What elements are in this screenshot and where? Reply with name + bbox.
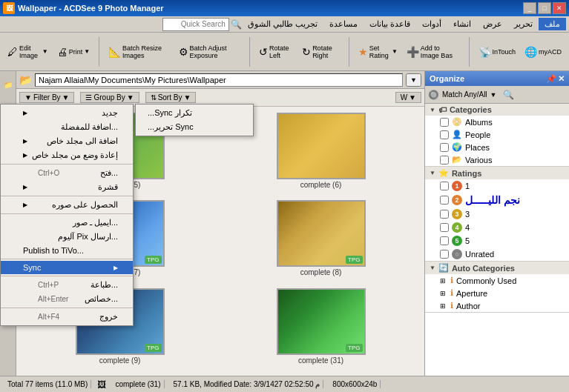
- rating5-checkbox[interactable]: [440, 236, 449, 245]
- add-to-image-button[interactable]: ➕ Add to Image Bas: [404, 43, 463, 61]
- maximize-button[interactable]: □: [538, 2, 551, 14]
- menu-email[interactable]: ...ايميل ـ صور: [1, 216, 133, 230]
- sort-by-button[interactable]: ⇅ Sort By ▼: [145, 92, 197, 103]
- org-item-rating-1[interactable]: 1 1: [425, 179, 569, 193]
- app-icon: 🖼: [3, 2, 15, 14]
- rating2-label: نجم الليـــــل: [465, 194, 520, 206]
- org-item-albums[interactable]: 📀 Albums: [425, 116, 569, 128]
- menu-open[interactable]: ...فتح Ctrl+O: [1, 166, 133, 180]
- submenu-sync-repeat[interactable]: ...Sync تكرار: [136, 106, 253, 120]
- menu-edit[interactable]: تحرير: [508, 18, 539, 30]
- match-dropdown[interactable]: ▼: [490, 91, 497, 99]
- status-selected: complete (31): [112, 380, 164, 388]
- ratings-header[interactable]: ▼ ⭐ Ratings: [425, 167, 569, 179]
- org-item-rating-3[interactable]: 3 3: [425, 207, 569, 221]
- org-item-rating-2[interactable]: 2 نجم الليـــــل: [425, 193, 569, 207]
- menu-sync[interactable]: Sync ▶: [1, 261, 133, 274]
- people-checkbox[interactable]: [440, 130, 449, 139]
- quicksearch-area: 🔍: [162, 18, 242, 31]
- menu-add-special[interactable]: اضافة الى مجلد خاص ▶: [1, 134, 133, 148]
- org-item-rating-4[interactable]: 4 4: [425, 221, 569, 234]
- menu-tools[interactable]: أدوات: [416, 18, 447, 30]
- address-go-button[interactable]: ▼: [406, 73, 421, 87]
- albums-icon: 📀: [452, 117, 462, 127]
- menu-file[interactable]: ملف: [539, 18, 566, 30]
- batch-resize-button[interactable]: 📐 Batch Resize Images: [105, 43, 173, 61]
- group-by-button[interactable]: ☰ Group By ▼: [80, 92, 139, 103]
- menu-add-fav[interactable]: ...اضافة للمفضلة: [1, 120, 133, 134]
- menu-skin-label: قشرة: [98, 182, 118, 192]
- context-menu-overlay: جديد ▶ ...اضافة للمفضلة اضافة الى مجلد خ…: [0, 104, 134, 326]
- group-icon: ☰: [85, 93, 92, 102]
- menu-restore-special[interactable]: إعادة وضع من مجلد خاص ▶: [1, 148, 133, 162]
- intouch-icon: 📡: [478, 46, 491, 58]
- menu-add-special-arrow: ▶: [23, 138, 27, 144]
- org-item-aperture[interactable]: ⊞ ℹ Aperture: [425, 287, 569, 299]
- search-input[interactable]: [162, 18, 229, 31]
- toolbar-separator-3: [349, 37, 349, 67]
- organize-pin-button[interactable]: 📌: [546, 74, 556, 84]
- toolbar-separator-4: [469, 37, 470, 67]
- auto-categories-header[interactable]: ▼ 🔄 Auto Categories: [425, 262, 569, 274]
- menu-get-image[interactable]: الحصول على صوره ▶: [1, 198, 133, 212]
- auto-categories-section: ▼ 🔄 Auto Categories ⊞ ℹ Commonly Used ⊞ …: [425, 262, 569, 313]
- minimize-button[interactable]: _: [523, 2, 536, 14]
- commonly-used-expand[interactable]: ⊞: [440, 277, 446, 285]
- various-checkbox[interactable]: [440, 156, 449, 165]
- menu-print[interactable]: ...طباعة Ctrl+P: [1, 278, 133, 292]
- menu-database[interactable]: قاعدة بيانات: [364, 18, 416, 30]
- menu-create[interactable]: انشاء: [447, 18, 477, 30]
- org-item-commonly-used[interactable]: ⊞ ℹ Commonly Used: [425, 274, 569, 287]
- org-item-people[interactable]: 👤 People: [425, 128, 569, 141]
- rating1-checkbox[interactable]: [440, 182, 449, 190]
- myacd-button[interactable]: 🌐 myACD: [522, 44, 565, 59]
- batch-adjust-button[interactable]: ⚙ Batch Adjust Exposure: [176, 43, 244, 61]
- menu-trial[interactable]: تجريب طالبي الشوق: [242, 18, 323, 30]
- menu-view[interactable]: عرض: [477, 18, 508, 30]
- org-item-author[interactable]: ⊞ ℹ Author: [425, 299, 569, 312]
- unrated-checkbox[interactable]: [440, 250, 449, 259]
- menu-properties[interactable]: ...خصائص Alt+Enter: [1, 292, 133, 306]
- view-label: W: [401, 93, 407, 102]
- org-item-rating-5[interactable]: 5 5: [425, 234, 569, 248]
- menu-get-image-arrow: ▶: [23, 202, 27, 208]
- thumb-item-31[interactable]: TPG complete (31): [223, 288, 418, 370]
- titlebar-buttons: _ □ ✕: [523, 2, 566, 14]
- rating4-checkbox[interactable]: [440, 223, 449, 232]
- org-item-places[interactable]: 🌍 Places: [425, 141, 569, 153]
- menu-exit[interactable]: خروج Alt+F4: [1, 310, 133, 324]
- author-expand[interactable]: ⊞: [440, 302, 446, 310]
- app-title: Wallpaper - ACDSee 9 Photo Manager: [18, 4, 164, 13]
- rotate-left-button[interactable]: ↺ Rotate Left: [256, 43, 296, 61]
- set-rating-button[interactable]: ★ Set Rating ▼: [355, 43, 401, 61]
- org-item-various[interactable]: 📂 Various: [425, 153, 569, 166]
- menu-help[interactable]: مساعدة: [323, 18, 364, 30]
- org-item-unrated[interactable]: ○ Unrated: [425, 248, 569, 261]
- close-button[interactable]: ✕: [553, 2, 566, 14]
- rotate-right-button[interactable]: ↻ Rotate Right: [299, 43, 343, 61]
- menu-publish-tivo[interactable]: Publish to TiVo...: [1, 244, 133, 257]
- unrated-label: Unrated: [465, 250, 494, 259]
- menu-send-pix[interactable]: ...ارسال Pix آليوم: [1, 230, 133, 244]
- intouch-button[interactable]: 📡 InTouch: [476, 44, 519, 59]
- menu-skin[interactable]: قشرة ▶: [1, 180, 133, 194]
- edit-image-button[interactable]: 🖊 Edit Image ▼: [4, 43, 51, 61]
- view-btn[interactable]: W ▼: [395, 92, 421, 103]
- menu-new[interactable]: جديد ▶: [1, 106, 133, 120]
- categories-header[interactable]: ▼ 🏷 Categories: [425, 104, 569, 116]
- thumb-item-8[interactable]: TPG complete (8): [223, 200, 418, 282]
- organize-title: Organize: [430, 74, 464, 83]
- albums-label: Albums: [465, 118, 493, 127]
- places-checkbox[interactable]: [440, 143, 449, 152]
- albums-checkbox[interactable]: [440, 118, 449, 127]
- submenu-sync-edit[interactable]: ...تحرير Sync: [136, 120, 253, 134]
- organize-close-button[interactable]: ✕: [558, 74, 565, 84]
- filter-by-button[interactable]: ▼ Filter By ▼: [19, 92, 74, 103]
- aperture-expand[interactable]: ⊞: [440, 290, 446, 297]
- print-button[interactable]: 🖨 Print ▼: [54, 44, 93, 59]
- commonly-used-label: Commonly Used: [456, 276, 516, 285]
- menu-print-shortcut: Ctrl+P: [38, 281, 59, 289]
- address-input[interactable]: [35, 73, 403, 87]
- rating2-checkbox[interactable]: [440, 196, 449, 205]
- rating3-checkbox[interactable]: [440, 210, 449, 219]
